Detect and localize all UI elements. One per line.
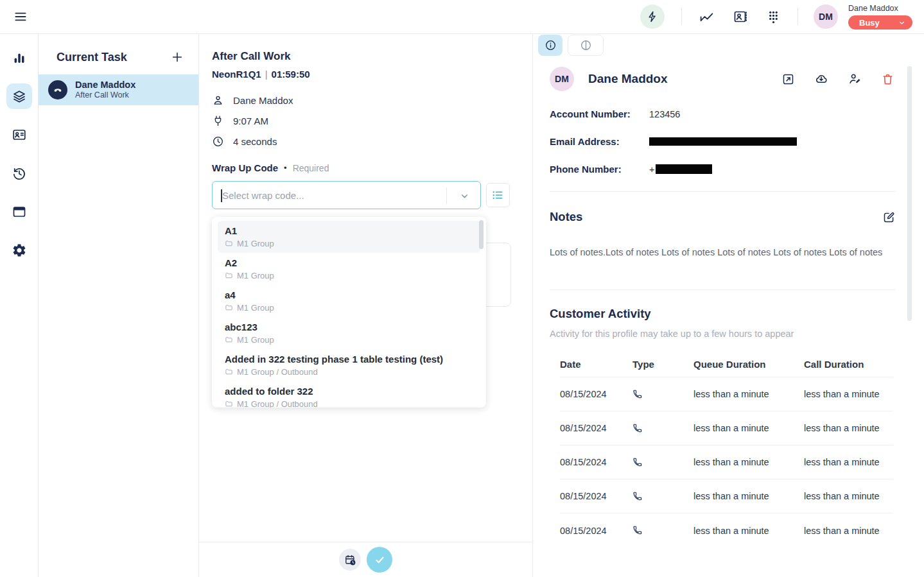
edit-contact-button[interactable] (848, 72, 862, 86)
required-bullet: • (284, 163, 287, 173)
open-profile-button[interactable] (781, 73, 795, 86)
sidebar-item-history[interactable] (6, 160, 32, 186)
add-task-button[interactable] (170, 50, 184, 64)
email-row: Email Address: (550, 136, 924, 147)
activity-table-header: Date Type Queue Duration Call Duration (560, 352, 893, 377)
header-actions: DM Dane Maddox Busy (639, 3, 924, 30)
field-label: Email Address: (550, 136, 649, 147)
complete-task-button[interactable] (367, 547, 392, 573)
customer-activity-title: Customer Activity (550, 307, 924, 321)
note-edit-icon (882, 211, 896, 224)
sidebar-item-workspace[interactable] (6, 199, 32, 225)
dialpad-button[interactable] (765, 8, 782, 26)
hamburger-menu-button[interactable] (11, 7, 30, 26)
left-nav-rail (0, 34, 39, 577)
schedule-followup-button[interactable] (339, 549, 361, 571)
info-icon (545, 39, 557, 51)
section-divider (550, 191, 896, 192)
status-dropdown-button[interactable]: Busy (848, 15, 912, 30)
phone-icon (632, 525, 693, 536)
activity-queue-duration: less than a minute (693, 457, 804, 467)
delete-contact-button[interactable] (881, 73, 894, 86)
line-chart-icon (699, 9, 715, 25)
wrap-code-option[interactable]: abc123 M1 Group (212, 317, 486, 349)
person-icon (212, 94, 224, 107)
header-divider (681, 8, 682, 25)
activity-table-row: 08/15/2024 less than a minute less than … (560, 377, 893, 411)
user-avatar[interactable]: DM (814, 4, 838, 29)
contact-row: Dane Maddox (212, 94, 510, 107)
contact-profile-panel: DM Dane Maddox (533, 34, 924, 577)
wrap-code-input[interactable] (213, 182, 450, 209)
browse-wrap-codes-button[interactable] (486, 183, 510, 207)
chevron-down-icon[interactable] (459, 191, 470, 202)
task-list-item[interactable]: Dane Maddox After Call Work (39, 74, 198, 105)
sidebar-item-contacts[interactable] (6, 122, 32, 148)
profile-scrollbar[interactable] (907, 66, 912, 321)
acw-footer (199, 542, 532, 577)
edit-notes-button[interactable] (882, 211, 896, 224)
wrap-code-option[interactable]: A1 M1 Group (218, 221, 480, 253)
dropdown-scrollbar[interactable] (479, 220, 484, 249)
plus-icon (170, 50, 184, 64)
app-window: DM Dane Maddox Busy (0, 0, 924, 577)
option-group-path: M1 Group (237, 271, 274, 280)
option-label: added to folder 322 (225, 386, 473, 397)
profile-header: DM Dane Maddox (550, 67, 924, 91)
sidebar-item-tasks[interactable] (6, 83, 32, 109)
acw-title: After Call Work (212, 50, 510, 63)
list-icon (491, 189, 504, 202)
tab-secondary[interactable] (568, 35, 604, 56)
trash-icon (881, 73, 894, 86)
option-label: Added in 322 testing phase 1 table testi… (225, 354, 473, 365)
wrap-code-select[interactable] (212, 181, 481, 209)
sidebar-item-analytics[interactable] (6, 45, 32, 71)
folder-icon (225, 271, 233, 280)
field-label: Account Number: (550, 108, 649, 119)
reporting-button[interactable] (697, 8, 716, 26)
acw-queue-timer: NeonR1Q1|01:59:50 (212, 69, 510, 80)
notes-header: Notes (550, 210, 924, 224)
contact-name: Dane Maddox (588, 72, 668, 86)
top-bar: DM Dane Maddox Busy (0, 0, 924, 34)
activity-table-row: 08/15/2024 less than a minute less than … (560, 445, 893, 479)
window-icon (12, 204, 27, 220)
option-label: A1 (225, 225, 473, 237)
column-header-date: Date (560, 359, 632, 370)
header-divider (798, 8, 798, 25)
tab-info[interactable] (538, 35, 562, 56)
wrap-code-option-list: A1 M1 Group A2 M1 Group a4 (212, 221, 486, 408)
notes-title: Notes (550, 210, 582, 224)
calendar-clock-icon (344, 554, 356, 566)
history-icon (12, 166, 27, 181)
chevron-down-icon (898, 19, 906, 27)
account-number-value: 123456 (649, 109, 680, 119)
option-group-path: M1 Group / Outbound (237, 367, 318, 377)
option-label: A2 (225, 257, 473, 269)
activity-date: 08/15/2024 (560, 457, 632, 467)
contacts-button[interactable] (731, 8, 749, 26)
wrap-code-option[interactable]: a4 M1 Group (212, 285, 486, 317)
option-group-path: M1 Group (237, 239, 274, 248)
wrap-code-option[interactable]: Added in 322 testing phase 1 table testi… (212, 349, 486, 381)
contact-fields: Account Number: 123456 Email Address: Ph… (550, 108, 924, 175)
download-profile-button[interactable] (814, 72, 828, 86)
wrap-code-option[interactable]: A2 M1 Group (212, 253, 486, 285)
activity-queue-duration: less than a minute (693, 423, 804, 433)
folder-icon (225, 304, 233, 312)
dialpad-icon (766, 10, 781, 24)
queue-name: NeonR1Q1 (212, 69, 261, 80)
current-task-panel: Current Task Dane Maddox After Call Work (39, 34, 199, 577)
phone-icon (48, 80, 67, 99)
current-task-header: Current Task (39, 34, 198, 64)
activity-call-duration: less than a minute (804, 457, 893, 467)
column-header-queue-duration: Queue Duration (693, 359, 804, 370)
phone-icon (632, 423, 693, 434)
wrap-code-select-row (212, 181, 510, 209)
quick-actions-button[interactable] (639, 3, 666, 30)
wrap-code-option[interactable]: added to folder 322 M1 Group / Outbound (212, 381, 486, 408)
activity-queue-duration: less than a minute (693, 526, 804, 536)
phone-row: Phone Number: + (550, 164, 924, 175)
sidebar-item-settings[interactable] (6, 237, 32, 263)
open-external-icon (781, 73, 795, 86)
